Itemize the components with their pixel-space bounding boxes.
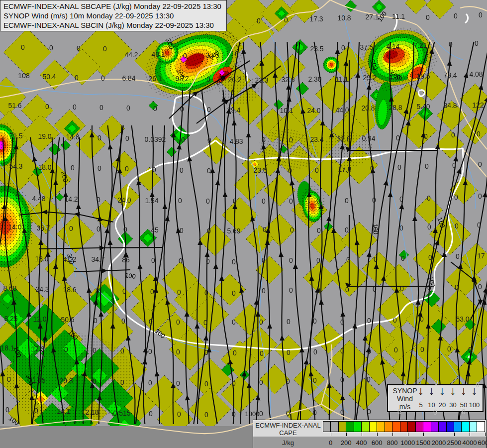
wind-legend-title-line: SYNOP [392, 387, 418, 395]
cape-swatch [423, 421, 431, 432]
cape-tick-label: 600 [372, 439, 383, 447]
cape-tick-label: 6000 [478, 439, 487, 447]
weather-map-view: 0017.310.827.111.1000000044.240.103.7502… [0, 0, 487, 448]
cape-tick-mark [485, 433, 486, 436]
wind-speed-label: 50 [460, 401, 467, 409]
cape-tick-label: 2000 [431, 439, 446, 447]
cape-swatch [392, 421, 400, 432]
cape-tick-mark [346, 433, 347, 436]
wind-speed-label: 100 [469, 401, 480, 409]
cape-swatch [346, 421, 354, 432]
wind-speed-label: 5 [419, 401, 422, 409]
wind-arrow-icon: ↓ [450, 384, 456, 398]
cape-legend: ECMWF-INDEX-ANAL CAPE J/kg 0200400600800… [253, 420, 487, 448]
cape-tick-label: 0 [329, 439, 332, 447]
cape-swatch [431, 421, 439, 432]
map-canvas [0, 0, 487, 448]
title-line-wind: SYNOP Wind (m/s) 10m Monday 22-09-2025 1… [3, 11, 223, 20]
cape-swatch [370, 421, 377, 432]
cape-tick-label: 400 [356, 439, 367, 447]
wind-arrow-icon: ↓ [439, 384, 445, 398]
cape-swatch [454, 421, 462, 432]
wind-arrow-icon: ↓ [429, 384, 435, 398]
cape-legend-name: CAPE [253, 429, 323, 437]
wind-speed-label: 30 [449, 401, 456, 409]
cape-tick-label: 2500 [447, 439, 461, 447]
cape-swatch [462, 421, 469, 432]
cape-swatch [362, 421, 369, 432]
cape-tick-mark [423, 433, 424, 436]
cape-swatch [477, 421, 485, 432]
cape-color-scale [323, 421, 485, 432]
wind-arrow-icon: ↓ [461, 384, 467, 398]
cape-tick-mark [470, 433, 470, 436]
cape-tick-label: 4000 [462, 439, 477, 447]
cape-swatch [385, 421, 392, 432]
cape-swatch [339, 421, 346, 432]
cape-tick-label: 800 [387, 439, 398, 447]
cape-swatch [354, 421, 362, 432]
wind-legend-title: SYNOP Wind m/s [392, 387, 418, 411]
cape-tick-label: 200 [341, 439, 352, 447]
wind-legend-title-line: m/s [392, 403, 418, 411]
map-title-box: ECMWF-INDEX-ANAL SBCAPE (J/kg) Monday 22… [0, 0, 227, 31]
cape-swatch [331, 421, 338, 432]
cape-tick-mark [362, 433, 362, 436]
cape-swatch [416, 421, 423, 432]
cape-swatch [377, 421, 385, 432]
cape-tick-mark [408, 433, 408, 436]
cape-tick-mark [454, 433, 455, 436]
cape-tick-mark [377, 433, 378, 436]
cape-swatch [408, 421, 415, 432]
wind-arrow-icon: ↓ [418, 384, 424, 398]
cape-swatch [470, 421, 477, 432]
title-line-sbcape: ECMWF-INDEX-ANAL SBCAPE (J/kg) Monday 22… [3, 1, 223, 11]
cape-swatch [447, 421, 454, 432]
cape-tick-label: 1500 [416, 439, 430, 447]
wind-arrow-icon: ↓ [472, 384, 478, 398]
wind-legend: SYNOP Wind m/s ↓5↓10↓20↓30↓50↓100 [387, 384, 484, 412]
cape-legend-units: J/kg [253, 439, 323, 447]
cape-tick-mark [331, 433, 331, 436]
cape-tick-mark [392, 433, 393, 436]
cape-swatch [323, 421, 331, 432]
cape-tick-label: 1000 [400, 439, 415, 447]
cape-swatch [400, 421, 408, 432]
wind-speed-label: 20 [439, 401, 446, 409]
wind-speed-label: 10 [428, 401, 435, 409]
title-line-sbcin: ECMWF-INDEX-ANAL SBCIN (J/kg) Monday 22-… [3, 20, 223, 30]
cape-tick-mark [439, 433, 439, 436]
cape-legend-name: ECMWF-INDEX-ANAL [253, 422, 323, 429]
wind-legend-title-line: Wind [392, 395, 418, 403]
cape-swatch [439, 421, 446, 432]
